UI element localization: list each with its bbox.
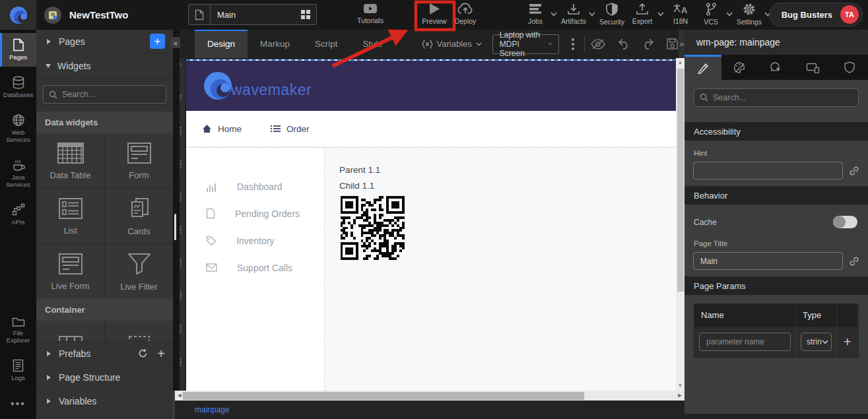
design-canvas-page[interactable]: wavemaker Home Order Dashboard bbox=[186, 59, 676, 391]
page-title-input[interactable] bbox=[693, 252, 843, 270]
tab-design[interactable]: Design bbox=[195, 30, 248, 58]
tab-security[interactable] bbox=[831, 55, 868, 80]
device-selector[interactable]: Laptop with MDPI Screen bbox=[492, 34, 559, 54]
refresh-icon[interactable] bbox=[138, 348, 148, 358]
param-type-select[interactable]: string bbox=[801, 333, 832, 351]
column-header-actions bbox=[837, 304, 858, 327]
user-avatar[interactable]: TA bbox=[840, 5, 859, 24]
widget-form[interactable]: Form bbox=[105, 133, 173, 188]
horizontal-scroll-thumb[interactable] bbox=[183, 392, 584, 400]
scroll-up-icon[interactable]: ▲ bbox=[676, 58, 684, 67]
tab-markup[interactable]: Markup bbox=[248, 30, 302, 58]
sidenav-dashboard[interactable]: Dashboard bbox=[186, 173, 324, 200]
wavemaker-logo[interactable] bbox=[0, 0, 36, 30]
canvas-vertical-scrollbar[interactable]: ▲ ▼ bbox=[676, 58, 684, 391]
add-param-button[interactable]: + bbox=[837, 327, 858, 357]
settings-button[interactable]: Settings bbox=[734, 3, 764, 26]
widget-data-table[interactable]: Data Table bbox=[36, 133, 104, 188]
page-params-table: Name Type string + bbox=[694, 304, 859, 358]
properties-search-input[interactable] bbox=[694, 88, 859, 107]
rail-item-file-explorer[interactable]: File Explorer bbox=[0, 311, 36, 350]
scroll-right-icon[interactable]: ► bbox=[675, 391, 684, 401]
project-switcher[interactable]: NewTestTwo bbox=[44, 7, 201, 24]
page-selector[interactable]: Main bbox=[188, 4, 317, 25]
jobs-button[interactable]: Jobs bbox=[520, 3, 551, 25]
widget-search-input[interactable] bbox=[43, 85, 166, 104]
tab-devices[interactable] bbox=[795, 55, 832, 80]
sidenav-support-calls[interactable]: Support Calls bbox=[186, 254, 324, 281]
rail-item-pages[interactable]: Pages bbox=[0, 33, 36, 67]
prefabs-section-header[interactable]: Prefabs + bbox=[36, 342, 173, 366]
rail-item-apis[interactable]: APIs bbox=[0, 198, 36, 232]
deploy-button[interactable]: Deploy bbox=[450, 3, 481, 25]
widget-live-form[interactable]: Live Form bbox=[36, 244, 104, 299]
nav-item-order[interactable]: Order bbox=[271, 124, 310, 134]
param-name-input[interactable] bbox=[699, 333, 791, 351]
canvas-horizontal-scrollbar[interactable]: ◄ ► bbox=[175, 391, 684, 401]
page-structure-section-header[interactable]: Page Structure bbox=[36, 366, 173, 389]
tab-script[interactable]: Script bbox=[302, 30, 351, 58]
hint-input[interactable] bbox=[693, 162, 843, 179]
tab-properties[interactable] bbox=[684, 55, 721, 80]
data-widgets-grid: Data Table Form List Cards Live Form Liv… bbox=[36, 133, 173, 299]
rail-item-web-services[interactable]: Web Services bbox=[0, 108, 36, 149]
page-header-bar[interactable]: wavemaker bbox=[186, 61, 676, 111]
cache-toggle[interactable] bbox=[833, 216, 857, 228]
variables-section-header[interactable]: Variables bbox=[36, 389, 173, 413]
tutorials-button[interactable]: Tutorials bbox=[352, 3, 389, 24]
chevron-down-icon[interactable] bbox=[726, 12, 733, 16]
save-icon[interactable] bbox=[666, 38, 679, 50]
api-nodes-icon bbox=[12, 203, 25, 216]
add-page-button[interactable]: + bbox=[150, 34, 165, 49]
search-icon bbox=[700, 93, 708, 102]
vcs-button[interactable]: VCS bbox=[696, 3, 726, 26]
undo-icon[interactable] bbox=[617, 38, 630, 49]
rail-item-logs[interactable]: Logs bbox=[0, 354, 36, 387]
deploy-icon bbox=[457, 3, 473, 15]
tab-styles[interactable] bbox=[721, 55, 758, 80]
scroll-down-icon[interactable]: ▼ bbox=[676, 381, 684, 391]
vertical-scroll-thumb[interactable] bbox=[677, 69, 684, 292]
bind-link-icon[interactable] bbox=[849, 166, 859, 176]
panel-scrollbar-thumb[interactable] bbox=[174, 214, 176, 240]
chevron-down-icon[interactable] bbox=[657, 12, 664, 16]
team-button[interactable]: Bug Busters TA bbox=[769, 3, 863, 26]
accessibility-section-header[interactable]: Accessibility bbox=[684, 122, 868, 141]
i18n-button[interactable]: A I18N bbox=[665, 3, 696, 25]
sidenav-inventory[interactable]: Inventory bbox=[186, 227, 324, 254]
rail-item-databases[interactable]: Databases bbox=[0, 71, 36, 104]
nav-item-home[interactable]: Home bbox=[202, 124, 242, 134]
expand-right-button[interactable]: » bbox=[679, 30, 684, 58]
preview-button[interactable]: Preview bbox=[418, 3, 450, 25]
hide-widgets-icon[interactable] bbox=[590, 38, 606, 50]
grid-icon[interactable] bbox=[300, 9, 316, 20]
widget-live-filter[interactable]: Live Filter bbox=[105, 244, 173, 299]
artifacts-button[interactable]: Artifacts bbox=[558, 3, 589, 25]
more-options-icon[interactable]: ••• bbox=[0, 391, 36, 419]
widget-list[interactable]: List bbox=[36, 189, 104, 243]
widget-container-partial[interactable] bbox=[36, 321, 104, 341]
qr-code-image[interactable] bbox=[339, 196, 405, 260]
widgets-section-header[interactable]: Widgets bbox=[36, 53, 173, 79]
variables-dropdown[interactable]: Variables bbox=[422, 39, 482, 49]
document-icon bbox=[206, 208, 215, 219]
bind-link-icon[interactable] bbox=[849, 256, 859, 267]
widget-cards[interactable]: Cards bbox=[105, 189, 173, 243]
chevron-down-icon[interactable] bbox=[551, 12, 557, 16]
footer-page-tab[interactable]: mainpage bbox=[175, 405, 230, 414]
tab-events[interactable] bbox=[758, 55, 795, 80]
export-button[interactable]: Export bbox=[627, 3, 657, 25]
page-params-section-header[interactable]: Page Params bbox=[684, 276, 868, 295]
add-prefab-button[interactable]: + bbox=[157, 347, 165, 360]
chevron-down-icon[interactable] bbox=[589, 12, 595, 16]
collapse-panel-button[interactable]: « bbox=[171, 37, 180, 48]
redo-icon[interactable] bbox=[642, 38, 655, 49]
sidenav-pending-orders[interactable]: Pending Orders bbox=[186, 200, 324, 227]
tab-style[interactable]: Style bbox=[351, 30, 395, 58]
widget-container-partial-2[interactable] bbox=[105, 321, 173, 341]
pages-section-header[interactable]: Pages + bbox=[36, 30, 173, 53]
more-menu-icon[interactable] bbox=[568, 36, 578, 53]
rail-item-java-services[interactable]: Java Services bbox=[0, 153, 36, 194]
security-button[interactable]: Security bbox=[597, 3, 627, 26]
behavior-section-header[interactable]: Behavior bbox=[684, 186, 868, 205]
